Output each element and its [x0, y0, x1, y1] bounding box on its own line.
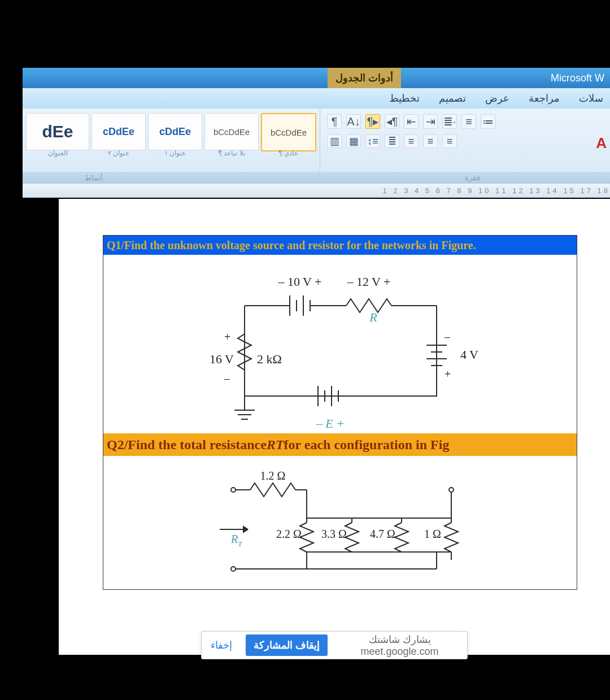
svg-text:–: –: [444, 331, 451, 343]
svg-text:+: +: [224, 331, 230, 343]
tab-review[interactable]: مراجعة: [529, 92, 560, 105]
style-title-label: العنوان: [26, 149, 89, 157]
svg-text:3.3 Ω: 3.3 Ω: [321, 528, 347, 540]
q1-header: Q1/Find the unknown voltage source and r…: [103, 236, 577, 255]
tab-layout[interactable]: تخطيط: [389, 92, 420, 105]
style-heading2[interactable]: cDdEe: [91, 113, 146, 150]
ribbon: dEeالعنوان cDdEeعنوان ٢ cDdEeعنوان ١ bCc…: [23, 108, 610, 172]
svg-text:4 V: 4 V: [460, 347, 478, 362]
svg-text:– 10 V +: – 10 V +: [278, 275, 322, 289]
share-message: يشارك شاشتك meet.google.com: [332, 633, 467, 658]
svg-text:1 Ω: 1 Ω: [424, 528, 441, 540]
screen-share-bar: إخفاء إيقاف المشاركة يشارك شاشتك meet.go…: [201, 631, 468, 659]
style-no-space-label: ¶ بلا تباعد: [204, 149, 259, 157]
tab-design[interactable]: تصميم: [439, 92, 466, 105]
document-canvas[interactable]: Q1/Find the unknown voltage source and r…: [59, 199, 610, 655]
svg-text:+: +: [445, 368, 451, 380]
styles-gallery[interactable]: dEeالعنوان cDdEeعنوان ٢ cDdEeعنوان ١ bCc…: [23, 108, 320, 172]
group-styles-label: أنماط: [85, 173, 103, 182]
window-titlebar: أدوات الجدول Microsoft W: [23, 68, 610, 88]
align-left-icon[interactable]: ≡: [442, 134, 457, 148]
multilist-icon[interactable]: ≣·: [442, 114, 457, 129]
indent-dec-icon[interactable]: ⇤: [404, 114, 419, 129]
ltr-icon[interactable]: ¶▸: [365, 114, 380, 129]
content-table-cell: Q1/Find the unknown voltage source and r…: [103, 235, 577, 590]
q2-header: Q2/Find the total resistance RT for each…: [103, 433, 577, 456]
tab-view[interactable]: عرض: [485, 92, 509, 105]
svg-text:16 V: 16 V: [210, 352, 234, 366]
q2-text-rt: RT: [267, 437, 284, 453]
paragraph-group: ¶ A↓ ¶▸ ◂¶ ⇤ ⇥ ≣· ≡ ≔ ▥ ▦ ↕≡ ≣ ≡ ≡: [320, 108, 610, 172]
contextual-tab-table-tools: أدوات الجدول: [328, 68, 401, 88]
svg-point-51: [231, 567, 236, 571]
style-heading1[interactable]: cDdEe: [148, 113, 202, 150]
svg-text:–   E   +: – E +: [316, 416, 345, 431]
numlist-icon[interactable]: ≡: [461, 114, 476, 129]
q2-text-c: for each configuration in Fig: [284, 437, 450, 453]
ribbon-tabs: تخطيط تصميم عرض مراجعة سلات: [23, 88, 610, 108]
svg-text:2 kΩ: 2 kΩ: [257, 352, 282, 366]
svg-text:1.2 Ω: 1.2 Ω: [260, 469, 286, 482]
shading-icon[interactable]: ▥: [327, 134, 342, 148]
ribbon-group-labels: أنماط فقرة: [23, 172, 610, 183]
horizontal-ruler[interactable]: 1 2 3 4 5 6 7 8 9 10 11 12 13 14 15 17 1…: [23, 183, 610, 198]
align-right-icon[interactable]: ≡: [404, 134, 419, 148]
bulletlist-icon[interactable]: ≔: [481, 114, 495, 129]
q2-text-a: Q2/Find the total resistance: [107, 437, 267, 453]
app-brand: Microsoft W: [545, 72, 610, 84]
align-justify-icon[interactable]: ≣: [385, 134, 399, 148]
tab-mail[interactable]: سلات: [579, 92, 603, 105]
pilcrow-icon[interactable]: ¶: [327, 114, 342, 129]
group-paragraph-label: فقرة: [465, 173, 480, 182]
svg-text:RT: RT: [230, 533, 242, 548]
svg-text:R: R: [369, 310, 377, 324]
style-heading2-label: عنوان ٢: [91, 149, 146, 157]
sort-icon[interactable]: A↓: [346, 114, 361, 129]
q1-circuit-diagram: – 10 V + – 12 V + R + 16 V – 2 kΩ 4 V – …: [103, 255, 577, 433]
style-normal-label: ¶ عادي: [261, 149, 316, 157]
svg-text:– 12 V +: – 12 V +: [347, 275, 391, 289]
svg-text:–: –: [224, 372, 230, 385]
borders-icon[interactable]: ▦: [346, 134, 361, 148]
svg-point-44: [449, 488, 454, 492]
linespace-icon[interactable]: ↕≡: [365, 134, 380, 148]
style-normal[interactable]: bCcDdEe: [261, 113, 316, 151]
align-center-icon[interactable]: ≡: [423, 134, 438, 148]
q2-circuit-diagram: 1.2 Ω 2.2 Ω 3.3 Ω 4.7 Ω 1 Ω RT: [103, 456, 577, 589]
svg-text:4.7 Ω: 4.7 Ω: [370, 528, 395, 540]
font-color-partial: A: [596, 134, 607, 152]
stop-sharing-button[interactable]: إيقاف المشاركة: [246, 634, 328, 656]
ruler-ticks: 1 2 3 4 5 6 7 8 9 10 11 12 13 14 15 17 1…: [62, 184, 610, 197]
style-no-space[interactable]: bCcDdEe: [204, 113, 259, 150]
style-heading1-label: عنوان ١: [148, 149, 202, 157]
hide-button[interactable]: إخفاء: [202, 639, 241, 651]
svg-text:2.2 Ω: 2.2 Ω: [276, 528, 302, 540]
rtl-icon[interactable]: ◂¶: [385, 114, 399, 129]
style-title[interactable]: dEe: [26, 113, 89, 150]
indent-inc-icon[interactable]: ⇥: [423, 114, 438, 129]
svg-point-36: [231, 488, 236, 492]
